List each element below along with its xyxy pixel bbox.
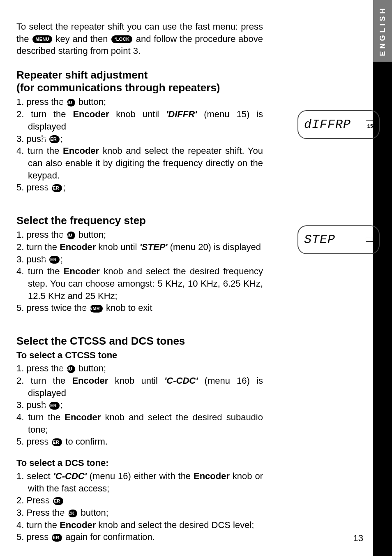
text: knob until	[96, 242, 139, 252]
language-tab: ENGLISH	[373, 0, 392, 62]
lcd-display-diffr: dIFFRP 15	[297, 110, 380, 139]
text: button;	[78, 507, 108, 518]
list-item: 1. press the MENU button;	[16, 229, 263, 241]
text: Encoder	[60, 520, 96, 530]
text: button;	[76, 363, 106, 373]
text: 'DIFFR'	[166, 109, 197, 119]
text: 4. turn the	[16, 146, 63, 156]
menu-key-icon: MENU	[67, 99, 75, 107]
heading-ctcss-dcs: Select the CTCSS and DCS tones	[16, 335, 263, 348]
menu-key-icon: MENU	[67, 365, 75, 373]
text: Encoder	[194, 471, 230, 481]
steps-repeater-shift: 1. press the MENU button; 2. turn the En…	[16, 96, 263, 194]
text: 'C-CDC'	[53, 471, 87, 481]
language-label: ENGLISH	[378, 6, 387, 56]
text: ;	[63, 182, 65, 192]
lcd-badge	[366, 238, 373, 242]
list-item: 3. Press the *LOCK button;	[16, 507, 263, 519]
intro-paragraph: To select the repeater shift you can use…	[16, 21, 263, 57]
list-item: 2. turn the Encoder knob until 'C-CDC' (…	[16, 375, 263, 399]
enter-key-icon: ENTER	[52, 184, 62, 192]
text: 4. turn the	[16, 412, 65, 422]
text: Encoder	[64, 266, 100, 276]
heading-repeater-shift-1: Repeater shift adjustment	[16, 69, 263, 81]
steps-frequency-step: 1. press the MENU button; 2. turn the En…	[16, 229, 263, 314]
text: Encoder	[73, 109, 109, 119]
text: Encoder	[72, 375, 108, 386]
content-area: To select the repeater shift you can use…	[16, 21, 353, 543]
lcd-menu-number: 15	[367, 124, 373, 129]
text: Encoder	[60, 242, 96, 252]
list-item: 4. turn the Encoder knob and select the …	[16, 145, 263, 181]
text: 2. turn the	[16, 242, 60, 252]
list-item: 5. press ENTER;	[16, 181, 263, 194]
enter-key-icon: ENTER	[52, 534, 62, 542]
list-item: 1. select 'C-CDC' (menu 16) either with …	[16, 470, 263, 494]
text: 4. turn the	[16, 266, 64, 276]
text: ;	[60, 400, 63, 410]
menu-key-icon: MENU	[67, 232, 75, 239]
heading-repeater-shift-2: (for communications through repeaters)	[16, 81, 263, 94]
text: ;	[60, 254, 63, 264]
text: button;	[76, 229, 106, 240]
lcd-display-step: STEP	[297, 225, 380, 254]
text: knob until	[109, 109, 166, 119]
page-number: 13	[353, 533, 363, 544]
subheading-dcs: To select a DCS tone:	[16, 458, 263, 468]
battery-icon	[366, 238, 373, 242]
steps-dcs: 1. select 'C-CDC' (menu 16) either with …	[16, 470, 263, 543]
subheading-ctcss: To select a CTCSS tone	[16, 350, 263, 361]
intro-text: To select the repeater shift you can use…	[16, 21, 263, 57]
text: knob to exit	[104, 303, 152, 313]
list-item: 5. press ENTER to confirm.	[16, 436, 263, 448]
lock-key-icon: *LOCK	[111, 35, 132, 43]
list-item: 3. push ENTER;	[16, 253, 263, 266]
lcd-text: STEP	[304, 233, 335, 247]
section-ctcss-dcs: Select the CTCSS and DCS tones To select…	[16, 335, 263, 543]
enter-key-icon: ENTER	[49, 256, 60, 264]
battery-icon	[366, 120, 373, 124]
text: 'STEP'	[140, 242, 168, 252]
list-item: 2. turn the Encoder knob until 'DIFFR' (…	[16, 108, 263, 132]
vfomr-key-icon: VFO/MR	[90, 305, 103, 313]
section-repeater-shift: Repeater shift adjustment (for communica…	[16, 69, 263, 194]
text: Encoder	[65, 412, 101, 422]
heading-frequency-step: Select the frequency step	[16, 214, 263, 227]
lock-key-icon: *LOCK	[68, 510, 78, 517]
list-item: 1. press the MENU button;	[16, 362, 263, 375]
enter-key-icon: ENTER	[52, 438, 62, 446]
text: key and then	[53, 34, 111, 44]
text: Encoder	[63, 146, 99, 156]
text: 5. press twice the	[16, 303, 89, 313]
page-root: ENGLISH To select the repeater shift you…	[0, 0, 392, 556]
steps-ctcss: 1. press the MENU button; 2. turn the En…	[16, 362, 263, 448]
text: button;	[76, 97, 106, 107]
text: 4. turn the	[16, 520, 60, 530]
enter-key-icon: ENTER	[49, 402, 60, 410]
enter-key-icon: ENTER	[53, 497, 63, 505]
text: again for confirmation.	[63, 532, 155, 542]
list-item: 4. turn the Encoder knob and select the …	[16, 265, 263, 302]
list-item: 5. press ENTER again for confirmation.	[16, 531, 263, 543]
list-item: 5. press twice the VFO/MR knob to exit	[16, 302, 263, 314]
text: to confirm.	[63, 436, 108, 447]
list-item: 1. press the MENU button;	[16, 96, 263, 108]
text: (menu 16) either with the	[87, 471, 194, 481]
list-item: 3. push ENTER;	[16, 399, 263, 411]
text: (menu 20) is displayed	[168, 242, 261, 252]
text: 1. select	[16, 471, 53, 481]
text: knob and select the desired DCS level;	[96, 520, 254, 530]
list-item: 4. turn the Encoder knob and select the …	[16, 519, 263, 531]
menu-key-icon: MENU	[32, 35, 52, 43]
list-item: 2. Press ENTER	[16, 494, 263, 507]
list-item: 4. turn the Encoder knob and select the …	[16, 411, 263, 436]
text: 'C-CDC'	[164, 375, 198, 386]
text: 2. turn the	[16, 109, 73, 119]
text: ;	[60, 134, 63, 144]
list-item: 3. push ENTER;	[16, 133, 263, 145]
list-item: 2. turn the Encoder knob until 'STEP' (m…	[16, 241, 263, 253]
text: knob until	[108, 375, 164, 386]
lcd-text: dIFFRP	[304, 118, 351, 132]
section-frequency-step: Select the frequency step 1. press the M…	[16, 214, 263, 314]
enter-key-icon: ENTER	[49, 135, 60, 143]
